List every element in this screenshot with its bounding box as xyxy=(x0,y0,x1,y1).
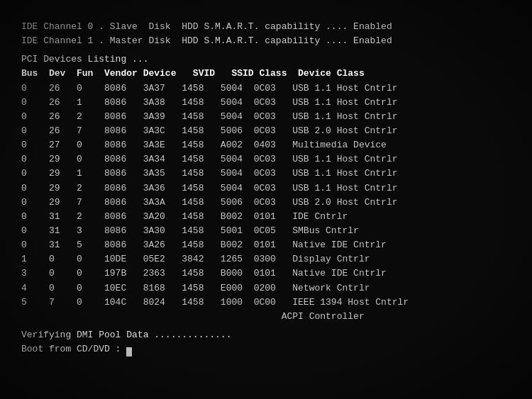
pci-device-row-10: 0 31 3 8086 3A30 1458 5001 0C05 SMBus Cn… xyxy=(21,224,511,238)
pci-device-row-1: 0 26 1 8086 3A38 1458 5004 0C03 USB 1.1 … xyxy=(21,96,511,110)
pci-device-row-8: 0 29 7 8086 3A3A 1458 5006 0C03 USB 2.0 … xyxy=(21,196,511,210)
pci-device-row-2: 0 26 2 8086 3A39 1458 5004 0C03 USB 1.1 … xyxy=(21,110,511,124)
pci-device-row-6: 0 29 1 8086 3A35 1458 5004 0C03 USB 1.1 … xyxy=(21,167,511,181)
col-headers: Bus Dev Fun Vendor Device SVID SSID Clas… xyxy=(21,67,511,81)
pci-device-row-5: 0 29 0 8086 3A34 1458 5004 0C03 USB 1.1 … xyxy=(21,152,511,167)
pci-device-row-7: 0 29 2 8086 3A36 1458 5004 0C03 USB 1.1 … xyxy=(21,181,511,196)
pci-heading: PCI Devices Listing ... xyxy=(21,52,511,67)
pci-device-row-12: 1 0 0 10DE 05E2 3842 1265 0300 Display C… xyxy=(21,252,511,266)
smart-line-0: IDE Channel 0 . Slave Disk HDD S.M.A.R.T… xyxy=(21,20,511,34)
pci-device-row-14: 4 0 0 10EC 8168 1458 E000 0200 Network C… xyxy=(21,281,511,296)
terminal-output: IDE Channel 0 . Slave Disk HDD S.M.A.R.T… xyxy=(0,0,532,371)
pci-device-row-3: 0 26 7 8086 3A3C 1458 5006 0C03 USB 2.0 … xyxy=(21,124,511,138)
boot-prompt: Boot from CD/DVD : xyxy=(21,342,511,356)
verifying-dmi: Verifying DMI Pool Data .............. xyxy=(21,328,511,342)
cursor xyxy=(126,347,132,356)
pci-device-row-4: 0 27 0 8086 3A3E 1458 A002 0403 Multimed… xyxy=(21,138,511,152)
pci-device-row-0: 0 26 0 8086 3A37 1458 5004 0C03 USB 1.1 … xyxy=(21,82,511,96)
smart-line-1: IDE Channel 1 . Master Disk HDD S.M.A.R.… xyxy=(21,34,511,48)
pci-device-row-15: 5 7 0 104C 8024 1458 1000 0C00 IEEE 1394… xyxy=(21,296,511,310)
pci-device-row-9: 0 31 2 8086 3A20 1458 B002 0101 IDE Cntr… xyxy=(21,210,511,224)
acpi-line: ACPI Controller xyxy=(21,310,511,324)
pci-device-row-13: 3 0 0 197B 2363 1458 B000 0101 Native ID… xyxy=(21,266,511,281)
screen: IDE Channel 0 . Slave Disk HDD S.M.A.R.T… xyxy=(0,0,532,399)
pci-device-row-11: 0 31 5 8086 3A26 1458 B002 0101 Native I… xyxy=(21,238,511,252)
